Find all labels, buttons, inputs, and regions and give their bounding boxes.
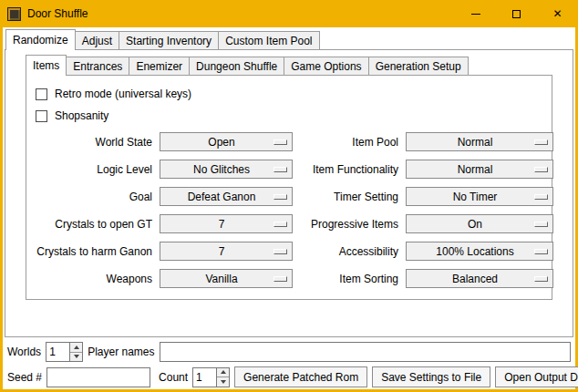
tab-adjust[interactable]: Adjust: [75, 31, 119, 49]
crystals-harm-ganon-label: Crystals to harm Ganon: [32, 242, 152, 261]
crystals-open-gt-value: 7: [219, 218, 234, 231]
dropdown-indicator-icon: [534, 139, 548, 145]
app-icon: [7, 7, 21, 21]
count-spin-down-button[interactable]: [217, 377, 229, 387]
worlds-label: Worlds: [7, 346, 41, 358]
generate-patched-rom-button[interactable]: Generate Patched Rom: [234, 366, 367, 387]
tab-randomize[interactable]: Randomize: [5, 29, 76, 50]
worlds-spinner: [46, 342, 83, 362]
item-functionality-dropdown[interactable]: Normal: [406, 160, 553, 179]
item-functionality-value: Normal: [458, 163, 502, 176]
arrow-up-icon: [74, 346, 79, 349]
retro-mode-checkbox: [36, 88, 47, 100]
open-output-directory-button[interactable]: Open Output Directory: [495, 366, 578, 387]
progressive-items-dropdown[interactable]: On: [406, 214, 553, 233]
weapons-dropdown[interactable]: Vanilla: [160, 269, 293, 288]
minimize-icon: [471, 14, 480, 15]
worlds-spin-up-button[interactable]: [70, 343, 82, 353]
tab-items[interactable]: Items: [26, 55, 67, 76]
maximize-icon: [512, 10, 521, 18]
arrow-down-icon: [221, 380, 226, 384]
crystals-harm-ganon-value: 7: [219, 245, 234, 258]
window-controls: ✕: [455, 0, 578, 27]
accessibility-dropdown[interactable]: 100% Locations: [406, 242, 553, 261]
settings-tab-bar: Items Entrances Enemizer Dungeon Shuffle…: [26, 55, 552, 75]
settings-grid: World State Open Item Pool Normal Logic …: [32, 132, 546, 288]
progressive-items-label: Progressive Items: [300, 214, 398, 233]
crystals-open-gt-dropdown[interactable]: 7: [160, 214, 293, 233]
count-spinner-buttons: [216, 367, 230, 387]
timer-setting-value: No Timer: [453, 191, 507, 203]
maximize-button[interactable]: [496, 0, 537, 27]
world-state-value: Open: [208, 136, 243, 149]
tab-custom-item-pool[interactable]: Custom Item Pool: [218, 31, 319, 49]
close-icon: ✕: [552, 8, 562, 19]
dropdown-indicator-icon: [274, 194, 287, 200]
item-functionality-label: Item Functionality: [300, 160, 398, 179]
dropdown-indicator-icon: [274, 276, 287, 282]
dropdown-indicator-icon: [274, 139, 287, 145]
item-pool-dropdown[interactable]: Normal: [406, 132, 553, 151]
item-sorting-value: Balanced: [452, 273, 507, 285]
tab-entrances[interactable]: Entrances: [66, 57, 129, 75]
tab-dungeon-shuffle[interactable]: Dungeon Shuffle: [189, 57, 284, 75]
crystals-harm-ganon-dropdown[interactable]: 7: [160, 242, 293, 261]
worlds-row: Worlds Player names: [7, 342, 571, 362]
count-input[interactable]: [192, 367, 216, 387]
world-state-dropdown[interactable]: Open: [160, 132, 293, 151]
player-names-input[interactable]: [160, 342, 572, 362]
seed-row: Seed # Count Generate Patched Rom Save S…: [7, 366, 571, 387]
tab-starting-inventory[interactable]: Starting Inventory: [119, 31, 219, 49]
dropdown-indicator-icon: [534, 194, 548, 200]
seed-input[interactable]: [46, 367, 150, 387]
accessibility-value: 100% Locations: [436, 245, 522, 258]
crystals-open-gt-label: Crystals to open GT: [32, 214, 152, 233]
shopsanity-label: Shopsanity: [55, 109, 108, 122]
randomize-pane: Items Entrances Enemizer Dungeon Shuffle…: [5, 49, 573, 337]
count-spinner: [192, 367, 230, 387]
dropdown-indicator-icon: [274, 249, 287, 254]
title-bar: Door Shuffle ✕: [0, 0, 578, 27]
main-tab-bar: Randomize Adjust Starting Inventory Cust…: [3, 27, 575, 49]
retro-mode-label: Retro mode (universal keys): [55, 88, 191, 100]
timer-setting-label: Timer Setting: [300, 187, 398, 206]
tab-enemizer[interactable]: Enemizer: [129, 57, 190, 75]
dropdown-indicator-icon: [274, 167, 287, 172]
shopsanity-checkbox-row[interactable]: Shopsanity: [36, 105, 546, 127]
progressive-items-value: On: [468, 218, 491, 231]
save-settings-button[interactable]: Save Settings to File: [372, 366, 490, 387]
seed-label: Seed #: [7, 371, 42, 384]
accessibility-label: Accessibility: [300, 242, 398, 261]
item-pool-label: Item Pool: [300, 132, 398, 151]
worlds-input[interactable]: [46, 342, 69, 362]
dropdown-indicator-icon: [534, 167, 548, 172]
weapons-label: Weapons: [32, 269, 152, 288]
inner-notebook: Items Entrances Enemizer Dungeon Shuffle…: [5, 50, 573, 300]
count-spin-up-button[interactable]: [217, 368, 229, 378]
logic-level-value: No Glitches: [193, 163, 259, 176]
item-pool-value: Normal: [458, 136, 502, 149]
arrow-up-icon: [221, 370, 226, 374]
item-sorting-label: Item Sorting: [300, 269, 398, 288]
items-pane: Retro mode (universal keys) Shopsanity W…: [26, 75, 552, 300]
timer-setting-dropdown[interactable]: No Timer: [406, 187, 553, 206]
goal-label: Goal: [32, 187, 152, 206]
logic-level-dropdown[interactable]: No Glitches: [160, 160, 293, 179]
footer-controls: Worlds Player names Seed # Count: [3, 337, 575, 387]
player-names-label: Player names: [88, 346, 154, 358]
worlds-spin-down-button[interactable]: [70, 353, 82, 362]
goal-value: Defeat Ganon: [188, 191, 265, 203]
retro-mode-checkbox-row[interactable]: Retro mode (universal keys): [36, 83, 546, 105]
item-sorting-dropdown[interactable]: Balanced: [406, 269, 553, 288]
window-content: Randomize Adjust Starting Inventory Cust…: [3, 27, 575, 389]
tab-generation-setup[interactable]: Generation Setup: [368, 57, 469, 75]
tab-game-options[interactable]: Game Options: [284, 57, 368, 75]
count-label: Count: [159, 371, 188, 384]
goal-dropdown[interactable]: Defeat Ganon: [160, 187, 293, 206]
weapons-value: Vanilla: [205, 273, 246, 285]
minimize-button[interactable]: [455, 0, 496, 27]
close-button[interactable]: ✕: [537, 0, 578, 27]
dropdown-indicator-icon: [534, 249, 548, 254]
dropdown-indicator-icon: [534, 222, 548, 227]
arrow-down-icon: [74, 355, 79, 358]
